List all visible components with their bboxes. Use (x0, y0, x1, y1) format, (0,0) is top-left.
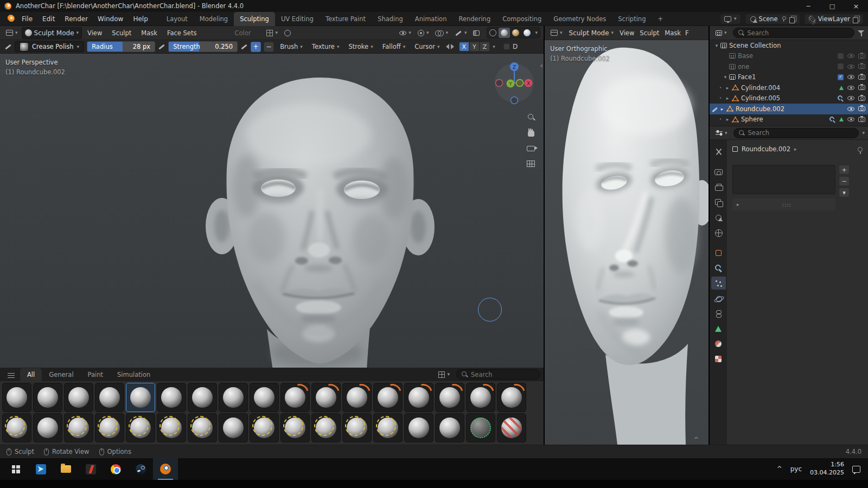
subtract-mode-button[interactable]: − (264, 42, 274, 52)
properties-tab-world[interactable] (711, 226, 726, 239)
gizmos-dropdown[interactable]: ▾ (415, 28, 432, 38)
shading-rendered-button[interactable] (521, 28, 533, 38)
disable-render-icon[interactable] (858, 54, 865, 59)
blender-menu-icon[interactable] (7, 15, 15, 23)
symmetry-y-button[interactable]: Y (469, 42, 480, 52)
workspace-tab-compositing[interactable]: Compositing (496, 12, 547, 26)
xray-toggle[interactable] (470, 29, 482, 37)
brush-thumbnail[interactable] (497, 413, 526, 442)
properties-tab-physics[interactable] (711, 292, 726, 305)
visibility-dropdown[interactable]: ▾ (397, 29, 414, 37)
brush-thumbnail[interactable] (435, 383, 464, 412)
navigation-gizmo[interactable]: Y Z X (493, 58, 536, 108)
pan-hand-icon[interactable] (528, 130, 534, 137)
main-3d-viewport[interactable]: User Perspective (1) Roundcube.002 Y Z X… (0, 54, 544, 445)
brush-selector[interactable]: Crease Polish ▾ (15, 41, 84, 52)
shading-wireframe-button[interactable] (487, 28, 499, 38)
annotate-dropdown[interactable]: ▾ (452, 28, 470, 38)
properties-tab-texture[interactable] (711, 352, 726, 365)
menu-view[interactable]: View (617, 28, 636, 38)
paint-texture-dropdown[interactable]: ▾ (264, 28, 280, 38)
disable-render-icon[interactable] (858, 64, 865, 69)
tray-expand-icon[interactable]: ^ (777, 465, 782, 473)
brush-thumbnail[interactable] (126, 413, 155, 442)
shelf-menu-icon[interactable] (8, 373, 15, 378)
shading-dropdown[interactable]: ▾ (533, 29, 540, 37)
brush-thumbnail[interactable] (466, 383, 495, 412)
overlays-dropdown[interactable]: ▾ (432, 29, 451, 37)
hide-viewport-icon[interactable] (847, 54, 854, 58)
outliner-row-roundcube-002[interactable]: ▸ Roundcube.002 (710, 104, 868, 114)
shading-solid-button[interactable] (499, 28, 510, 38)
properties-tab-output[interactable] (711, 181, 726, 194)
brush-thumbnail[interactable] (2, 383, 31, 412)
clock[interactable]: 1:56 03.04.2025 (810, 461, 844, 477)
language-indicator[interactable]: рус (790, 465, 802, 473)
new-viewlayer-icon[interactable] (853, 16, 859, 22)
brush-thumbnail[interactable] (95, 383, 124, 412)
taskbar-app-chrome[interactable] (103, 458, 128, 480)
falloff-menu[interactable]: Falloff▾ (379, 41, 409, 52)
outliner-row-base[interactable]: Base (710, 51, 868, 62)
menu-help[interactable]: Help (128, 14, 152, 24)
start-button[interactable] (3, 458, 28, 480)
strength-slider[interactable]: Strength 0.250 (168, 41, 238, 52)
taskbar-app-code[interactable] (28, 458, 53, 480)
properties-tab-view-layer[interactable] (711, 196, 726, 209)
symmetry-z-button[interactable]: Z (480, 42, 490, 52)
secondary-3d-viewport[interactable]: ▾ Sculpt Mode▾ View Sculpt Mask F (545, 26, 709, 445)
properties-tab-constraints[interactable] (711, 307, 726, 320)
dyntopo-checkbox[interactable] (503, 43, 510, 50)
collection-exclude-checkbox[interactable]: ✓ (838, 74, 844, 80)
mode-selector[interactable]: Sculpt Mode▾ (566, 28, 617, 38)
sidebar-toggle-icon[interactable]: ‹ (540, 61, 543, 69)
properties-tab-data[interactable] (711, 322, 726, 335)
hide-viewport-icon[interactable] (847, 107, 854, 111)
taskbar-app-steam[interactable] (128, 458, 153, 480)
brush-thumbnail[interactable] (373, 383, 403, 412)
brush-thumbnail[interactable] (250, 383, 279, 412)
shelf-tab-paint[interactable]: Paint (81, 368, 110, 381)
brush-thumbnail[interactable] (466, 413, 495, 442)
expand-icon[interactable]: ▾ (713, 43, 720, 48)
shading-material-button[interactable] (510, 28, 521, 38)
taskbar-app-red[interactable] (78, 458, 103, 480)
menu-render[interactable]: Render (60, 14, 93, 24)
stroke-menu[interactable]: Stroke▾ (345, 41, 376, 52)
strength-pressure-toggle[interactable] (240, 43, 248, 50)
brush-thumbnail[interactable] (435, 413, 464, 442)
menu-mask[interactable]: Mask (662, 28, 683, 38)
workspace-tab-rendering[interactable]: Rendering (452, 12, 496, 26)
brush-menu[interactable]: Brush▾ (277, 41, 306, 52)
breadcrumb-object-name[interactable]: Roundcube.002 (742, 145, 790, 153)
brush-thumbnail[interactable] (126, 383, 155, 412)
brush-thumbnail[interactable] (2, 413, 31, 442)
workspace-tab-layout[interactable]: Layout (161, 12, 194, 26)
shelf-display-dropdown[interactable]: ▾ (436, 370, 452, 380)
screen-layout-dropdown[interactable]: ▾ (720, 14, 741, 24)
menu-face-sets-truncated[interactable]: F (684, 28, 690, 38)
add-mode-button[interactable]: + (251, 42, 261, 52)
workspace-tab-texture-paint[interactable]: Texture Paint (320, 12, 372, 26)
workspace-tab-shading[interactable]: Shading (372, 12, 409, 26)
brush-thumbnail[interactable] (280, 383, 310, 412)
add-workspace-button[interactable]: + (652, 12, 669, 26)
filter-icon[interactable] (858, 30, 865, 36)
secondary-viewport-body[interactable]: User Orthographic (1) Roundcube.002 ^ (545, 40, 709, 445)
properties-search[interactable] (733, 128, 859, 138)
expand-icon[interactable]: ▾ (722, 74, 729, 80)
expand-shelf-icon[interactable]: ^ (694, 436, 699, 443)
scene-selector[interactable]: Scene (745, 14, 800, 24)
hide-viewport-icon[interactable] (847, 86, 854, 90)
brush-thumbnail[interactable] (64, 413, 93, 442)
brush-thumbnail[interactable] (311, 383, 341, 412)
workspace-tab-scripting[interactable]: Scripting (612, 12, 652, 26)
hide-viewport-icon[interactable] (847, 65, 854, 69)
properties-tab-scene[interactable] (711, 211, 726, 224)
disable-render-icon[interactable] (858, 117, 865, 122)
expand-icon[interactable]: ▸ (718, 106, 726, 112)
outliner-search[interactable] (733, 28, 854, 38)
brush-thumbnail[interactable] (373, 413, 403, 442)
mode-selector[interactable]: Sculpt Mode▾ (22, 27, 82, 39)
shelf-tab-simulation[interactable]: Simulation (110, 368, 157, 381)
